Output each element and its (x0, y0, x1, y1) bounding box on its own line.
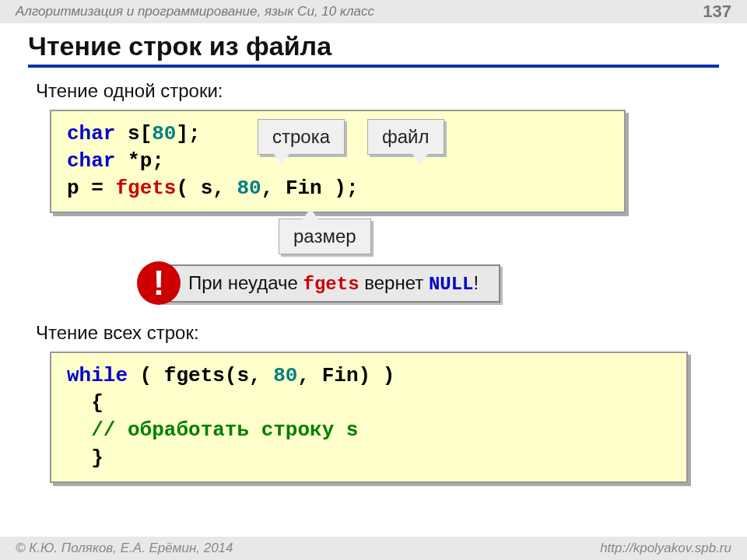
callout-fail: файл (367, 119, 444, 155)
code-line: } (67, 445, 671, 472)
slide-header: Алгоритмизация и программирование, язык … (0, 0, 747, 23)
warning-icon: ! (137, 261, 181, 305)
breadcrumb: Алгоритмизация и программирование, язык … (16, 4, 374, 19)
note-row: ! При неудаче fgets вернет NULL! (137, 261, 719, 305)
code-block-2: while ( fgets(s, 80, Fin) ) { // обработ… (50, 352, 688, 482)
footer-url: http://kpolyakov.spb.ru (600, 541, 731, 556)
copyright: © К.Ю. Поляков, Е.А. Ерёмин, 2014 (16, 541, 233, 556)
page-title: Чтение строк из файла (28, 31, 719, 68)
note-box: При неудаче fgets вернет NULL! (160, 264, 500, 303)
code-line: while ( fgets(s, 80, Fin) ) (67, 362, 671, 390)
code-line: // обработать строку s (67, 417, 671, 444)
page-number: 137 (703, 2, 731, 22)
callout-razmer: размер (279, 219, 371, 254)
code-line: p = fgets( s, 80, Fin ); (67, 175, 608, 202)
code-line: { (67, 390, 671, 417)
code-block-1: char s[80]; char *p; p = fgets( s, 80, F… (50, 110, 626, 213)
section1-heading: Чтение одной строки: (36, 80, 711, 102)
callout-stroka: строка (258, 119, 345, 155)
section2-heading: Чтение всех строк: (36, 322, 711, 344)
slide-footer: © К.Ю. Поляков, Е.А. Ерёмин, 2014 http:/… (0, 537, 747, 560)
